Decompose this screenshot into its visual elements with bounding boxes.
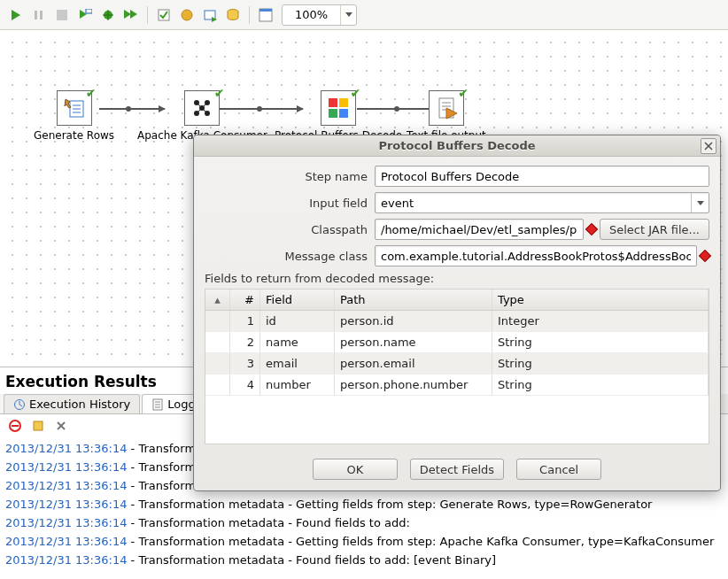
ok-button[interactable]: OK	[313, 459, 398, 480]
svg-rect-2	[40, 11, 43, 19]
svg-rect-32	[339, 98, 348, 107]
preview-button[interactable]	[74, 4, 96, 26]
fields-section-label: Fields to return from decoded message:	[205, 272, 709, 285]
svg-rect-31	[329, 98, 337, 107]
select-jar-button[interactable]: Select JAR file...	[600, 219, 709, 240]
svg-point-12	[182, 10, 192, 20]
step-label: Generate Rows	[34, 129, 114, 142]
message-class-input[interactable]	[375, 245, 697, 266]
grid-row[interactable]: 2nameperson.nameString	[205, 332, 709, 353]
check-icon: ✔	[86, 86, 97, 100]
tab-execution-history[interactable]: Execution History	[4, 394, 140, 413]
svg-marker-0	[12, 10, 20, 20]
grid-header: ▴ # Field Path Type	[205, 290, 709, 311]
dialog-title: Protocol Buffers Decode	[378, 139, 535, 152]
variable-indicator-icon	[701, 251, 709, 260]
classpath-input[interactable]	[375, 219, 584, 240]
grid-row[interactable]: 4numberperson.phone.numberString	[205, 374, 709, 396]
history-icon	[13, 398, 26, 411]
svg-marker-9	[124, 10, 131, 19]
replay-button[interactable]	[120, 4, 142, 26]
grid-row[interactable]: 1idperson.idInteger	[205, 311, 709, 332]
svg-rect-5	[86, 9, 92, 13]
svg-rect-1	[35, 11, 37, 19]
zoom-select[interactable]: 100%	[282, 4, 357, 26]
svg-marker-10	[130, 10, 137, 19]
close-button[interactable]	[701, 138, 716, 154]
col-path-head[interactable]: Path	[335, 290, 492, 310]
impact-button[interactable]	[176, 4, 197, 26]
check-icon: ✔	[458, 86, 469, 100]
svg-line-30	[202, 108, 207, 113]
input-field-select[interactable]: event	[375, 192, 709, 213]
debug-button[interactable]	[97, 4, 119, 26]
svg-rect-47	[34, 421, 43, 430]
dialog-title-bar[interactable]: Protocol Buffers Decode	[194, 135, 720, 157]
cancel-button[interactable]: Cancel	[516, 459, 601, 480]
variable-indicator-icon	[587, 225, 596, 234]
check-icon: ✔	[214, 86, 225, 100]
clear-log-button[interactable]	[7, 418, 23, 434]
zoom-value: 100%	[283, 8, 340, 21]
step-name-input[interactable]	[375, 166, 709, 187]
svg-line-27	[197, 103, 202, 108]
check-icon: ✔	[350, 86, 360, 100]
input-field-label: Input field	[205, 197, 375, 210]
svg-rect-17	[259, 9, 272, 12]
explore-db-button[interactable]	[222, 4, 244, 26]
chevron-down-icon	[691, 193, 709, 212]
verify-button[interactable]	[153, 4, 174, 26]
close-icon	[704, 142, 713, 151]
svg-rect-3	[57, 10, 67, 20]
step-name-label: Step name	[205, 170, 375, 183]
svg-line-29	[197, 108, 202, 113]
svg-rect-33	[329, 109, 337, 118]
log-settings-button[interactable]	[30, 418, 46, 434]
fields-grid[interactable]: ▴ # Field Path Type 1idperson.idInteger …	[205, 289, 709, 444]
col-type-head[interactable]: Type	[492, 290, 709, 310]
col-num-head[interactable]: #	[230, 290, 260, 310]
message-class-label: Message class	[205, 250, 375, 263]
step-generate-rows[interactable]: ✔ Generate Rows	[34, 90, 114, 142]
log-tools-button[interactable]	[53, 418, 69, 434]
stop-button[interactable]	[51, 4, 73, 26]
log-icon	[151, 398, 164, 411]
log-row: 2013/12/31 13:36:14 - Transformation met…	[5, 532, 723, 551]
show-results-button[interactable]	[255, 4, 276, 26]
sql-button[interactable]	[199, 4, 221, 26]
log-row: 2013/12/31 13:36:14 - Transformation met…	[5, 551, 723, 569]
svg-rect-34	[339, 109, 348, 118]
toolbar: 100%	[0, 0, 728, 30]
col-field-head[interactable]: Field	[260, 290, 335, 310]
svg-line-28	[202, 103, 207, 108]
detect-fields-button[interactable]: Detect Fields	[410, 459, 504, 480]
log-row: 2013/12/31 13:36:14 - Transformation met…	[5, 495, 723, 513]
log-row: 2013/12/31 13:36:14 - Transformation met…	[5, 513, 723, 532]
classpath-label: Classpath	[205, 223, 375, 236]
dialog-protobuf-decode: Protocol Buffers Decode Step name Input …	[193, 135, 721, 491]
run-button[interactable]	[5, 4, 27, 26]
col-select-head[interactable]: ▴	[205, 290, 230, 310]
pause-button[interactable]	[28, 4, 50, 26]
zoom-dropdown-icon[interactable]	[340, 5, 356, 25]
grid-row[interactable]: 3emailperson.emailString	[205, 353, 709, 374]
